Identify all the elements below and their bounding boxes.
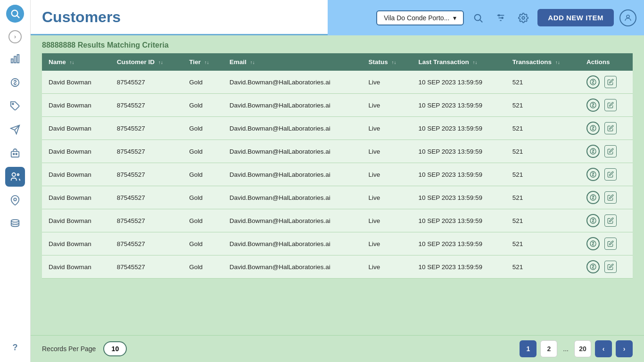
svg-point-14: [17, 174, 19, 176]
transaction-action-icon[interactable]: [586, 214, 600, 227]
transaction-action-icon[interactable]: [586, 122, 600, 135]
cell-actions: [580, 117, 633, 140]
sidebar-item-location[interactable]: [5, 190, 25, 210]
cell-actions: [580, 140, 633, 163]
records-per-page-selector[interactable]: 10: [103, 341, 127, 356]
add-new-item-button[interactable]: ADD NEW ITEM: [537, 9, 614, 26]
cell-tier: Gold: [182, 232, 223, 255]
sidebar-item-customers[interactable]: [5, 167, 25, 187]
cell-name: David Bowman: [42, 232, 110, 255]
customers-table: Name ↑↓ Customer ID ↑↓ Tier ↑↓ Email ↑↓ …: [42, 53, 633, 279]
cell-customer-id: 87545527: [110, 186, 182, 209]
edit-action-icon[interactable]: [604, 261, 617, 273]
sidebar-item-help[interactable]: ?: [5, 337, 25, 357]
sort-icon-name: ↑↓: [70, 60, 74, 65]
results-count: 88888888: [42, 41, 75, 49]
col-header-transactions[interactable]: Transactions ↑↓: [506, 53, 580, 71]
sort-icon-tier: ↑↓: [204, 60, 209, 65]
table-row: David Bowman 87545527 Gold David.Bowman@…: [42, 186, 633, 209]
cell-customer-id: 87545527: [110, 163, 182, 186]
col-header-last-transaction[interactable]: Last Transaction ↑↓: [412, 53, 505, 71]
svg-point-13: [12, 173, 16, 176]
page-button-1[interactable]: 1: [520, 340, 537, 357]
sidebar-item-analytics[interactable]: [5, 49, 25, 69]
svg-rect-9: [11, 151, 19, 157]
col-header-name[interactable]: Name ↑↓: [42, 53, 110, 71]
pagination-prev-button[interactable]: ‹: [595, 340, 612, 357]
table-row: David Bowman 87545527 Gold David.Bowman@…: [42, 94, 633, 117]
cell-actions: [580, 71, 633, 94]
sidebar-toggle[interactable]: ›: [8, 30, 22, 43]
pagination-next-button[interactable]: ›: [616, 340, 633, 357]
col-header-customer-id[interactable]: Customer ID ↑↓: [110, 53, 182, 71]
cell-transactions: 521: [506, 94, 580, 117]
edit-action-icon[interactable]: [604, 168, 617, 181]
filter-button[interactable]: [492, 9, 509, 26]
svg-line-1: [17, 16, 19, 18]
cell-actions: [580, 94, 633, 117]
edit-action-icon[interactable]: [604, 238, 617, 250]
edit-action-icon[interactable]: [604, 122, 617, 134]
cell-name: David Bowman: [42, 140, 110, 163]
cell-tier: Gold: [182, 186, 223, 209]
sort-icon-customerid: ↑↓: [158, 60, 163, 65]
search-button[interactable]: [470, 9, 487, 26]
cell-name: David Bowman: [42, 163, 110, 186]
edit-action-icon[interactable]: [604, 76, 617, 88]
cell-status: Live: [362, 94, 412, 117]
svg-rect-3: [14, 57, 16, 63]
sidebar-item-send[interactable]: [5, 120, 25, 140]
svg-point-25: [627, 15, 629, 18]
cell-tier: Gold: [182, 163, 223, 186]
sort-icon-last-transaction: ↑↓: [473, 60, 478, 65]
transaction-action-icon[interactable]: [586, 260, 600, 273]
title-area: Customers: [31, 0, 328, 35]
transaction-action-icon[interactable]: [586, 99, 600, 112]
settings-button[interactable]: [515, 9, 532, 26]
sidebar-item-finance[interactable]: [5, 73, 25, 92]
cell-customer-id: 87545527: [110, 232, 182, 255]
cell-status: Live: [362, 255, 412, 279]
cell-tier: Gold: [182, 255, 223, 279]
col-header-tier[interactable]: Tier ↑↓: [182, 53, 223, 71]
svg-point-23: [502, 17, 504, 18]
cell-transactions: 521: [506, 186, 580, 209]
transaction-action-icon[interactable]: [586, 75, 600, 89]
cell-status: Live: [362, 209, 412, 232]
svg-point-17: [475, 14, 481, 20]
cell-last-transaction: 10 SEP 2023 13:59:59: [412, 209, 505, 232]
topbar-actions: Vila Do Conde Porto... ▾ ADD: [328, 0, 644, 35]
col-header-email[interactable]: Email ↑↓: [223, 53, 362, 71]
transaction-action-icon[interactable]: [586, 145, 600, 158]
edit-action-icon[interactable]: [604, 191, 617, 204]
records-per-page-label: Records Per Page: [42, 345, 96, 353]
page-button-20[interactable]: 20: [574, 340, 591, 357]
cell-email: David.Bowman@HalLaboratories.ai: [223, 255, 362, 279]
sidebar-item-database[interactable]: [5, 214, 25, 234]
page-button-2[interactable]: 2: [540, 340, 557, 357]
cell-last-transaction: 10 SEP 2023 13:59:59: [412, 186, 505, 209]
cell-last-transaction: 10 SEP 2023 13:59:59: [412, 163, 505, 186]
cell-transactions: 521: [506, 255, 580, 279]
sidebar-item-bot[interactable]: [5, 143, 25, 163]
col-header-status[interactable]: Status ↑↓: [362, 53, 412, 71]
transaction-action-icon[interactable]: [586, 191, 600, 204]
edit-action-icon[interactable]: [604, 145, 617, 157]
table-row: David Bowman 87545527 Gold David.Bowman@…: [42, 255, 633, 279]
cell-status: Live: [362, 232, 412, 255]
location-selector[interactable]: Vila Do Conde Porto... ▾: [376, 10, 464, 25]
table-row: David Bowman 87545527 Gold David.Bowman@…: [42, 209, 633, 232]
cell-transactions: 521: [506, 163, 580, 186]
cell-transactions: 521: [506, 140, 580, 163]
user-profile-button[interactable]: [619, 9, 636, 26]
cell-tier: Gold: [182, 140, 223, 163]
cell-email: David.Bowman@HalLaboratories.ai: [223, 232, 362, 255]
sidebar-item-tags[interactable]: [5, 96, 25, 116]
sort-icon-email: ↑↓: [250, 60, 255, 65]
transaction-action-icon[interactable]: [586, 168, 600, 181]
table-row: David Bowman 87545527 Gold David.Bowman@…: [42, 232, 633, 255]
edit-action-icon[interactable]: [604, 99, 617, 111]
transaction-action-icon[interactable]: [586, 237, 600, 250]
cell-actions: [580, 255, 633, 279]
edit-action-icon[interactable]: [604, 214, 617, 227]
